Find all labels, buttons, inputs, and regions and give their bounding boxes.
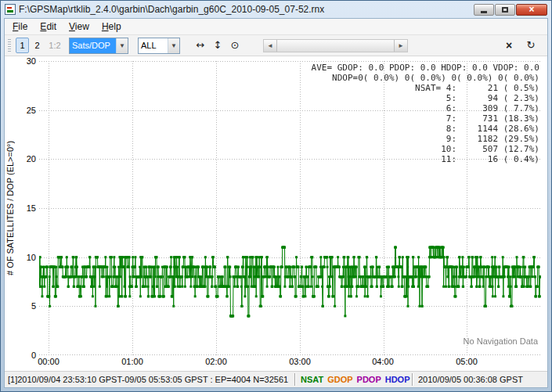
maximize-icon: [502, 7, 508, 13]
dropdown-arrow-icon[interactable]: ▼: [116, 38, 128, 53]
legend-nsat: NSAT: [301, 375, 323, 384]
scroll-left-icon[interactable]: ◄: [264, 40, 276, 52]
stats-line: 8: 1144 (28.6%): [312, 124, 539, 134]
dop-statistics: AVE= GDOP: 0.0 PDOP: 0.0 HDOP: 0.0 VDOP:…: [312, 63, 539, 164]
legend-gdop: GDOP: [327, 375, 352, 384]
x-tick-label: 03:00: [287, 357, 313, 366]
stats-line: NDOP=0( 0.0%) 0( 0.0%) 0( 0.0%) 0( 0.0%): [312, 73, 539, 83]
stats-line: 6: 309 ( 7.7%): [312, 103, 539, 113]
toolbar: 1 2 1:2 Sats/DOP ▼ ALL ▼ ↔ ↕ ⊙ ◄ ► × ↻: [5, 35, 547, 56]
x-tick-label: 05:00: [453, 357, 480, 366]
scrollbar-thumb[interactable]: [276, 40, 395, 52]
refresh-icon[interactable]: ↻: [524, 38, 538, 52]
menu-edit[interactable]: Edit: [34, 19, 63, 34]
close-icon: ×: [529, 5, 534, 14]
scroll-right-icon[interactable]: ►: [395, 40, 407, 52]
cursor-time-status: 2010/09/05 00:36:08 GPST: [413, 372, 547, 387]
x-tick-label: 00:00: [35, 357, 62, 366]
window-title: F:\GPSMap\rtklib_2.4.0\garbin\Dach\garbi…: [19, 4, 471, 15]
y-tick-label: 20: [6, 154, 36, 164]
pane-2-button[interactable]: 2: [31, 38, 44, 53]
pane-split-button[interactable]: 1:2: [45, 38, 64, 53]
legend-pdop: PDOP: [357, 375, 381, 384]
pane-1-button[interactable]: 1: [16, 38, 29, 53]
stats-line: 7: 731 (18.3%): [312, 113, 539, 124]
y-tick-label: 25: [6, 106, 36, 115]
stats-line: 10: 507 (12.7%): [312, 144, 539, 154]
fit-horizontal-icon[interactable]: ↔: [193, 38, 208, 53]
stats-line: 9: 1182 (29.5%): [312, 134, 539, 144]
y-tick-label: 15: [6, 203, 36, 213]
plot-type-value: Sats/DOP: [70, 38, 116, 53]
center-origin-icon[interactable]: ⊙: [227, 38, 243, 53]
time-range-status: [1]2010/09/04 23:53:10 GPST-09/05 05:53:…: [5, 372, 294, 387]
menu-file[interactable]: File: [6, 19, 34, 34]
menu-help[interactable]: Help: [96, 19, 128, 34]
y-tick-label: 5: [6, 301, 36, 311]
legend-panel: NSAT GDOP PDOP HDOP VDOP: [296, 372, 412, 387]
rtkplot-window: F:\GPSMap\rtklib_2.4.0\garbin\Dach\garbi…: [0, 0, 552, 392]
fit-vertical-icon[interactable]: ↕: [210, 38, 225, 53]
minimize-button[interactable]: [474, 4, 494, 16]
client-area: File Edit View Help 1 2 1:2 Sats/DOP ▼ A…: [4, 18, 548, 388]
plot-area: # OF SATELLITES / DOP (EL>=0°) 0 5 10 15…: [5, 56, 547, 371]
minimize-icon: [481, 11, 487, 13]
window-icon: [5, 4, 16, 15]
maximize-button[interactable]: [495, 4, 515, 16]
x-tick-label: 01:00: [119, 357, 146, 366]
toolbar-close-icon[interactable]: ×: [502, 38, 516, 52]
plot-type-select[interactable]: Sats/DOP ▼: [69, 38, 128, 54]
no-navigation-data-label: No Navigation Data: [464, 336, 538, 346]
close-button[interactable]: ×: [516, 4, 547, 16]
y-tick-label: 0: [6, 351, 36, 360]
toolbar-grip-icon[interactable]: [8, 39, 11, 52]
caption-buttons: ×: [474, 4, 547, 16]
y-tick-label: 30: [6, 56, 36, 66]
stats-line: AVE= GDOP: 0.0 PDOP: 0.0 HDOP: 0.0 VDOP:…: [312, 63, 539, 73]
stats-line: 5: 94 ( 2.3%): [312, 93, 539, 103]
stats-line: NSAT= 4: 21 ( 0.5%): [312, 83, 539, 93]
time-scrollbar[interactable]: ◄ ►: [263, 39, 408, 52]
menu-view[interactable]: View: [63, 19, 96, 34]
menu-bar: File Edit View Help: [5, 19, 547, 35]
satellite-filter-select[interactable]: ALL ▼: [138, 38, 180, 54]
y-tick-label: 10: [6, 253, 36, 262]
legend-hdop: HDOP: [385, 375, 410, 384]
title-bar[interactable]: F:\GPSMap\rtklib_2.4.0\garbin\Dach\garbi…: [1, 1, 551, 18]
x-tick-label: 04:00: [370, 357, 396, 366]
status-bar: [1]2010/09/04 23:53:10 GPST-09/05 05:53:…: [5, 371, 547, 387]
satellite-filter-value: ALL: [139, 38, 168, 53]
dropdown-arrow-icon[interactable]: ▼: [168, 38, 179, 53]
stats-line: 11: 16 ( 0.4%): [312, 154, 539, 164]
x-tick-label: 02:00: [203, 357, 229, 366]
